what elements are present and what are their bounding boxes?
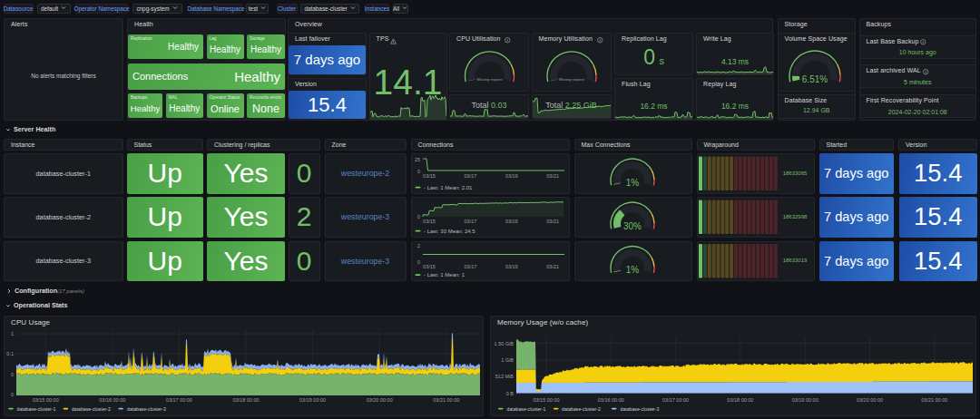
svg-text:03/19 00:00: 03/19 00:00 (792, 397, 818, 403)
svg-text:03/19: 03/19 (505, 173, 518, 179)
svg-text:03/18 00:00: 03/18 00:00 (232, 397, 259, 403)
svg-text:03/19: 03/19 (505, 219, 518, 224)
svg-text:1: 1 (11, 331, 14, 336)
svg-text:0: 0 (417, 169, 420, 174)
svg-text:03/19 00:00: 03/19 00:00 (299, 397, 326, 403)
svg-text:03/15: 03/15 (423, 173, 436, 179)
svg-text:database-cluster-2: database-cluster-2 (72, 406, 111, 412)
svg-text:database-cluster-2: database-cluster-2 (562, 406, 601, 412)
svg-text:03/16 00:00: 03/16 00:00 (99, 397, 125, 403)
svg-text:database-cluster-1: database-cluster-1 (17, 406, 56, 412)
svg-text:03/21: 03/21 (546, 219, 559, 224)
svg-text:03/18 00:00: 03/18 00:00 (727, 397, 753, 403)
svg-text:03/17: 03/17 (465, 173, 477, 179)
svg-text:03/21: 03/21 (546, 173, 559, 179)
svg-text:03/17: 03/17 (465, 264, 477, 269)
svg-text:0: 0 (417, 259, 420, 265)
svg-text:database-cluster-1: database-cluster-1 (507, 406, 546, 412)
svg-text:0.1: 0.1 (6, 351, 14, 356)
svg-text:2: 2 (417, 243, 420, 248)
svg-text:03/21 00:00: 03/21 00:00 (433, 397, 459, 403)
svg-text:03/20 00:00: 03/20 00:00 (857, 397, 883, 403)
svg-text:03/15: 03/15 (423, 264, 436, 269)
svg-text:1 GiB: 1 GiB (501, 357, 514, 363)
svg-text:03/16 00:00: 03/16 00:00 (598, 397, 624, 403)
svg-text:03/15 00:00: 03/15 00:00 (533, 397, 559, 403)
svg-text:03/17 00:00: 03/17 00:00 (662, 397, 689, 403)
svg-text:0: 0 (417, 214, 420, 219)
svg-text:03/21 00:00: 03/21 00:00 (921, 397, 947, 403)
svg-text:- Last: 1 Mean: 2.01: - Last: 1 Mean: 2.01 (424, 185, 473, 190)
svg-text:03/15 00:00: 03/15 00:00 (33, 397, 59, 403)
svg-text:03/21: 03/21 (546, 264, 559, 269)
svg-text:25: 25 (415, 157, 420, 162)
svg-text:03/15: 03/15 (423, 219, 436, 224)
svg-text:- Last: 1 Mean: 1: - Last: 1 Mean: 1 (424, 272, 466, 278)
svg-text:512 MiB: 512 MiB (495, 374, 514, 379)
svg-text:0: 0 (11, 392, 14, 397)
svg-text:database-cluster-3: database-cluster-3 (621, 406, 660, 412)
svg-text:database-cluster-3: database-cluster-3 (127, 406, 166, 412)
svg-text:03/19: 03/19 (505, 264, 518, 269)
svg-text:03/20 00:00: 03/20 00:00 (367, 397, 393, 403)
svg-text:0 B: 0 B (506, 391, 514, 396)
svg-text:1.50 GiB: 1.50 GiB (495, 341, 514, 346)
svg-text:03/17 00:00: 03/17 00:00 (166, 397, 192, 403)
svg-text:03/17: 03/17 (465, 219, 477, 224)
svg-text:0: 0 (11, 372, 14, 377)
svg-text:- Last: 30 Mean: 24.5: - Last: 30 Mean: 24.5 (424, 229, 475, 234)
